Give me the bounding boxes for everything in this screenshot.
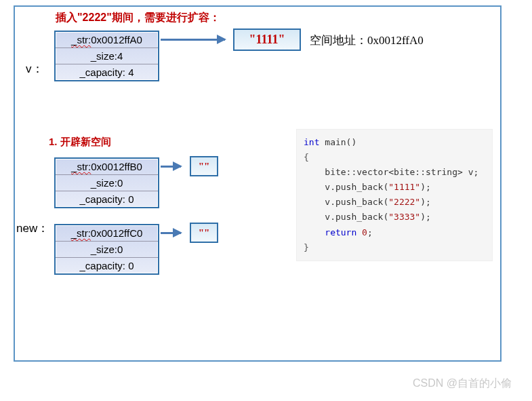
title-text: 插入"2222"期间，需要进行扩容： <box>56 11 220 25</box>
table-row: _size:0 <box>56 175 158 191</box>
table-row: _capacity: 0 <box>56 191 158 207</box>
table-row: _capacity: 4 <box>56 64 158 80</box>
empty-box: "" <box>190 223 218 243</box>
code-line: int main() <box>304 135 485 150</box>
field-str: _str: <box>71 227 91 239</box>
code-line: v.push_back("2222"); <box>304 195 485 210</box>
code-block: int main() { bite::vector<bite::string> … <box>296 129 493 261</box>
empty-box: "" <box>190 156 218 176</box>
address-label: 空间地址：0x0012ffA0 <box>310 33 424 48</box>
table-row: _str:0x0012ffC0 <box>56 225 158 242</box>
arrow-icon <box>161 39 225 41</box>
value-text: "" <box>199 227 210 239</box>
code-line: } <box>304 240 485 255</box>
label-new: new： <box>16 221 49 236</box>
table-row: _size:4 <box>56 48 158 64</box>
code-line: return 0; <box>304 225 485 240</box>
table-new-2: _str:0x0012ffC0 _size:0 _capacity: 0 <box>54 224 159 275</box>
table-row: _size:0 <box>56 242 158 258</box>
table-row: _capacity: 0 <box>56 258 158 273</box>
table-new-1: _str:0x0012ffB0 _size:0 _capacity: 0 <box>54 157 159 208</box>
code-line: { <box>304 150 485 165</box>
value-box: "1111" <box>233 28 301 51</box>
value-text: "" <box>199 161 210 172</box>
table-v: _str:0x0012ffA0 _size:4 _capacity: 4 <box>54 31 159 81</box>
main-frame: 插入"2222"期间，需要进行扩容： v： _str:0x0012ffA0 _s… <box>14 5 502 362</box>
field-str: _str: <box>71 161 91 172</box>
code-line: v.push_back("3333"); <box>304 210 485 225</box>
section-1-heading: 1. 开辟新空间 <box>49 136 111 149</box>
watermark: CSDN @自首的小偷 <box>413 377 512 391</box>
label-v: v： <box>26 61 43 77</box>
arrow-icon <box>161 232 181 234</box>
code-line: v.push_back("1111"); <box>304 180 485 195</box>
table-row: _str:0x0012ffA0 <box>56 32 158 48</box>
field-str: _str: <box>71 34 91 45</box>
code-line: bite::vector<bite::string> v; <box>304 165 485 180</box>
table-row: _str:0x0012ffB0 <box>56 159 158 175</box>
value-text: "1111" <box>249 33 285 47</box>
arrow-icon <box>161 166 181 168</box>
